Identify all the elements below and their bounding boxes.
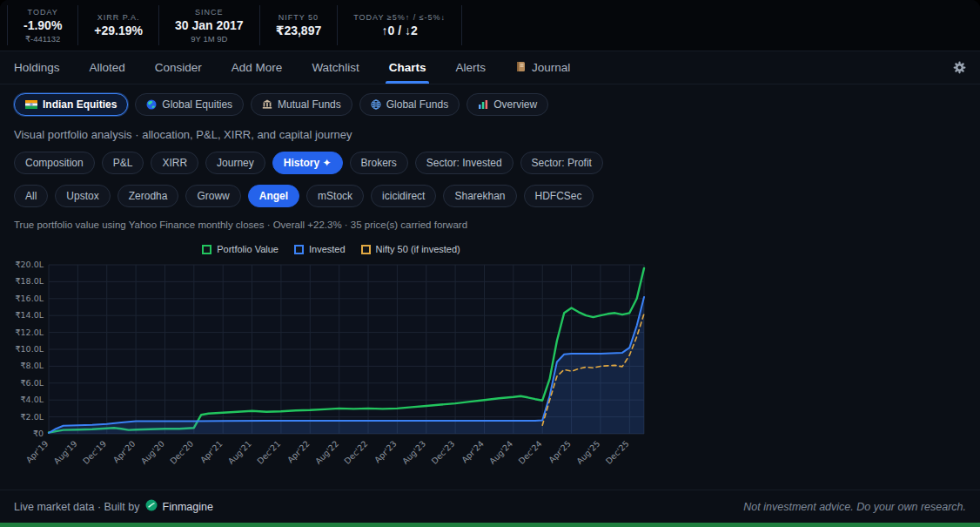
svg-text:₹12.0L: ₹12.0L — [16, 328, 44, 337]
chip-journey[interactable]: Journey — [205, 152, 265, 174]
legend-swatch — [361, 245, 371, 254]
tab-alerts[interactable]: Alerts — [455, 51, 486, 84]
chip-label: Sector: Profit — [532, 157, 592, 169]
stats-bar: TODAY-1.90%₹-441132XIRR P.A.+29.19%SINCE… — [0, 0, 980, 51]
main-nav: HoldingsAllotedConsiderAdd MoreWatchlist… — [0, 51, 980, 84]
brand-name[interactable]: Finmagine — [163, 501, 213, 513]
svg-text:Aug'25: Aug'25 — [574, 439, 601, 466]
svg-text:Aug'24: Aug'24 — [487, 439, 514, 466]
chip-label: Journey — [217, 157, 254, 169]
legend-swatch — [202, 245, 211, 254]
svg-text:Dec'22: Dec'22 — [342, 439, 369, 466]
tab-alloted[interactable]: Alloted — [90, 51, 125, 84]
tab-label: Holdings — [14, 61, 60, 74]
chip-mstock[interactable]: mStock — [306, 185, 364, 207]
globe-icon — [146, 99, 157, 110]
legend-nifty-50-if-invested: Nifty 50 (if invested) — [361, 244, 460, 254]
svg-text:Apr'23: Apr'23 — [373, 439, 399, 465]
stat-today: TODAY-1.90%₹-441132 — [7, 5, 78, 45]
broker-filter: AllUpstoxZerodhaGrowwAngelmStockicicidir… — [0, 176, 980, 209]
tab-holdings[interactable]: Holdings — [14, 51, 60, 84]
chip-label: P&L — [113, 157, 133, 169]
chip-label: All — [25, 190, 37, 202]
chart-area: Portfolio ValueInvestedNifty 50 (if inve… — [0, 230, 980, 490]
svg-text:Dec'21: Dec'21 — [255, 439, 282, 466]
journal-icon — [515, 61, 527, 75]
chip-label: Sector: Invested — [426, 157, 502, 169]
legend-label: Portfolio Value — [217, 244, 279, 254]
chip-indian-equities[interactable]: Indian Equities — [14, 93, 128, 116]
chip-label: Global Funds — [386, 98, 448, 111]
chip-label: icicidirect — [382, 190, 425, 202]
chip-sharekhan[interactable]: Sharekhan — [443, 185, 516, 207]
footer: Live market data · Built by Finmagine No… — [0, 490, 980, 523]
svg-text:₹0: ₹0 — [33, 429, 44, 438]
legend-portfolio-value: Portfolio Value — [202, 244, 279, 254]
svg-text:Aug'20: Aug'20 — [139, 439, 166, 466]
chip-global-equities[interactable]: Global Equities — [135, 93, 244, 116]
svg-text:₹14.0L: ₹14.0L — [16, 310, 44, 320]
chip-angel[interactable]: Angel — [248, 185, 299, 207]
tab-watchlist[interactable]: Watchlist — [312, 51, 359, 84]
chip-icicidirect[interactable]: icicidirect — [371, 185, 436, 207]
svg-text:Apr'22: Apr'22 — [285, 439, 312, 465]
tab-add-more[interactable]: Add More — [232, 51, 283, 84]
chip-history[interactable]: History ✦ — [272, 152, 343, 174]
chip-groww[interactable]: Groww — [185, 185, 240, 207]
finmagine-logo-icon — [145, 499, 158, 514]
stat-value: 30 Jan 2017 — [175, 18, 244, 32]
tab-charts[interactable]: Charts — [389, 51, 426, 84]
chip-sector-invested[interactable]: Sector: Invested — [415, 152, 513, 174]
stat-since: SINCE30 Jan 20179Y 1M 9D — [159, 5, 260, 45]
chip-zerodha[interactable]: Zerodha — [117, 185, 179, 207]
svg-text:₹18.0L: ₹18.0L — [16, 276, 44, 286]
svg-text:Aug'22: Aug'22 — [313, 439, 340, 466]
chip-all[interactable]: All — [14, 185, 48, 207]
tab-label: Add More — [232, 61, 283, 74]
chip-label: HDFCSec — [535, 190, 582, 202]
svg-text:Apr'20: Apr'20 — [111, 439, 138, 465]
chip-hdfcsec[interactable]: HDFCSec — [524, 185, 594, 207]
legend-label: Nifty 50 (if invested) — [376, 244, 460, 254]
bottom-green-strip — [0, 523, 980, 527]
stat-value: ↑0 / ↓2 — [382, 24, 418, 37]
svg-text:Apr'21: Apr'21 — [198, 439, 225, 465]
chip-label: Sharekhan — [454, 190, 505, 202]
chip-p-l[interactable]: P&L — [102, 152, 144, 174]
tabs-container: HoldingsAllotedConsiderAdd MoreWatchlist… — [14, 51, 570, 84]
tab-journal[interactable]: Journal — [515, 51, 570, 84]
chip-xirr[interactable]: XIRR — [151, 152, 198, 174]
app-window: TODAY-1.90%₹-441132XIRR P.A.+29.19%SINCE… — [0, 0, 980, 523]
legend-swatch — [294, 245, 304, 254]
tab-label: Charts — [389, 61, 426, 74]
legend-invested: Invested — [294, 244, 346, 254]
stat-sub: 9Y 1M 9D — [191, 34, 227, 44]
footer-credit: Live market data · Built by — [14, 501, 140, 513]
chip-label: Brokers — [361, 157, 397, 169]
tab-label: Consider — [155, 61, 202, 74]
svg-text:₹10.0L: ₹10.0L — [16, 344, 44, 354]
chip-global-funds[interactable]: Global Funds — [359, 93, 460, 116]
chip-label: Composition — [25, 157, 84, 169]
chip-overview[interactable]: Overview — [467, 93, 548, 116]
chip-label: History ✦ — [284, 157, 332, 169]
svg-text:₹4.0L: ₹4.0L — [21, 395, 44, 404]
chip-sector-profit[interactable]: Sector: Profit — [520, 152, 603, 174]
indian-flag-icon — [25, 100, 37, 109]
svg-text:Apr'24: Apr'24 — [460, 439, 486, 465]
stat-sub: ₹-441132 — [25, 34, 60, 44]
page-subtitle: Visual portfolio analysis · allocation, … — [0, 118, 980, 143]
chip-composition[interactable]: Composition — [14, 152, 95, 174]
chip-upstox[interactable]: Upstox — [55, 185, 110, 207]
tab-consider[interactable]: Consider — [155, 51, 202, 84]
svg-text:Dec'20: Dec'20 — [168, 439, 195, 466]
stat-label: TODAY — [28, 8, 58, 17]
chip-brokers[interactable]: Brokers — [350, 152, 408, 174]
chip-mutual-funds[interactable]: Mutual Funds — [251, 93, 352, 116]
chip-label: Angel — [259, 190, 288, 202]
gear-icon[interactable] — [953, 61, 966, 74]
asset-class-filter: Indian EquitiesGlobal EquitiesMutual Fun… — [0, 84, 980, 118]
svg-text:₹8.0L: ₹8.0L — [21, 361, 44, 370]
stat-value: -1.90% — [23, 18, 62, 32]
disclaimer: Not investment advice. Do your own resea… — [743, 501, 966, 513]
